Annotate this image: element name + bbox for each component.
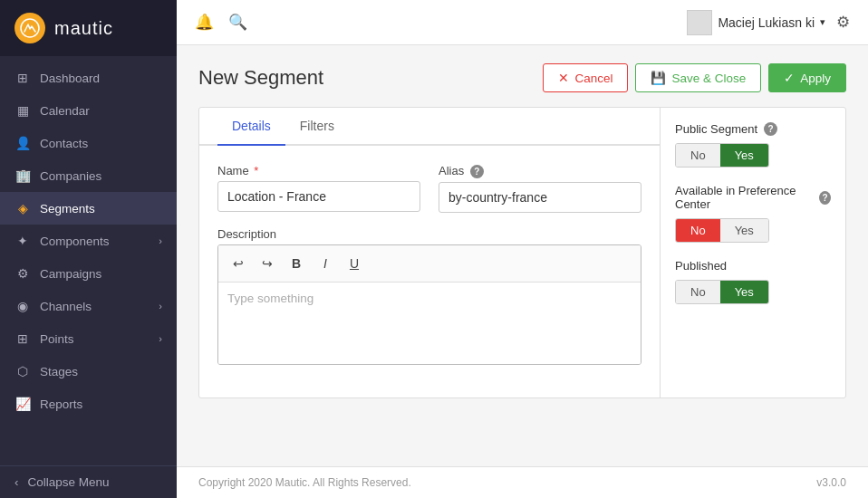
calendar-icon: ▦ — [14, 103, 31, 118]
sidebar-item-label: Channels — [40, 300, 92, 313]
page-title: New Segment — [198, 66, 323, 90]
save-close-button[interactable]: 💾 Save & Close — [635, 63, 761, 92]
channels-icon: ◉ — [14, 299, 31, 313]
alias-label: Alias ? — [439, 164, 641, 178]
points-icon: ⊞ — [14, 331, 31, 346]
sidebar-item-calendar[interactable]: ▦ Calendar — [0, 94, 177, 127]
search-icon[interactable]: 🔍 — [228, 13, 247, 32]
campaigns-icon: ⚙ — [14, 266, 31, 281]
sidebar-item-components[interactable]: ✦ Components › — [0, 225, 177, 257]
topbar-icons: 🔔 🔍 — [195, 13, 247, 32]
reports-icon: 📈 — [14, 397, 31, 411]
collapse-icon: ‹ — [14, 475, 19, 489]
bold-button[interactable]: B — [284, 251, 309, 276]
action-buttons: ✕ Cancel 💾 Save & Close ✓ Apply — [543, 63, 846, 92]
companies-icon: 🏢 — [14, 168, 31, 183]
public-help-icon[interactable]: ? — [764, 122, 777, 136]
preference-help-icon[interactable]: ? — [819, 191, 831, 205]
sidebar-item-label: Points — [40, 332, 74, 346]
version-text: v3.0.0 — [816, 476, 846, 489]
chevron-down-icon: ▾ — [820, 16, 825, 28]
published-no-button[interactable]: No — [676, 281, 720, 303]
required-marker: * — [254, 164, 258, 177]
cancel-button[interactable]: ✕ Cancel — [543, 63, 628, 92]
sidebar-item-label: Segments — [40, 202, 95, 215]
public-segment-section: Public Segment ? No Yes — [675, 122, 831, 168]
bell-icon[interactable]: 🔔 — [195, 13, 214, 32]
sidebar-item-label: Calendar — [40, 104, 90, 118]
logo-text: mautic — [54, 18, 113, 39]
sidebar-item-points[interactable]: ⊞ Points › — [0, 322, 177, 355]
tab-details[interactable]: Details — [217, 108, 285, 146]
italic-button[interactable]: I — [313, 251, 338, 276]
sidebar-item-label: Reports — [40, 397, 82, 411]
right-panel: Public Segment ? No Yes Available in Pre… — [660, 108, 845, 397]
name-input[interactable] — [217, 181, 420, 212]
underline-button[interactable]: U — [342, 251, 367, 276]
sidebar-item-dashboard[interactable]: ⊞ Dashboard — [0, 62, 177, 94]
logo-icon — [14, 13, 45, 43]
chevron-right-icon: › — [159, 301, 162, 311]
user-menu[interactable]: Maciej Lukiasn ki ▾ — [687, 10, 825, 35]
sidebar-item-label: Dashboard — [40, 72, 100, 85]
redo-button[interactable]: ↪ — [255, 251, 280, 276]
public-yes-button[interactable]: Yes — [720, 144, 768, 167]
collapse-label: Collapse Menu — [28, 475, 110, 489]
check-icon: ✓ — [784, 71, 795, 85]
undo-button[interactable]: ↩ — [226, 251, 251, 276]
main-content: 🔔 🔍 Maciej Lukiasn ki ▾ ⚙ New Segment ✕ … — [177, 0, 868, 498]
sidebar-item-companies[interactable]: 🏢 Companies — [0, 159, 177, 192]
editor-wrapper: ↩ ↪ B I U Type something — [217, 244, 641, 365]
sidebar-item-channels[interactable]: ◉ Channels › — [0, 290, 177, 322]
public-segment-label: Public Segment ? — [675, 122, 831, 136]
published-yes-button[interactable]: Yes — [720, 281, 768, 303]
page-header: New Segment ✕ Cancel 💾 Save & Close ✓ Ap… — [198, 63, 846, 92]
sidebar-item-stages[interactable]: ⬡ Stages — [0, 355, 177, 388]
published-label: Published — [675, 259, 831, 273]
contacts-icon: 👤 — [14, 136, 31, 150]
page-content: New Segment ✕ Cancel 💾 Save & Close ✓ Ap… — [177, 45, 868, 466]
gear-icon[interactable]: ⚙ — [836, 13, 850, 32]
description-label: Description — [217, 227, 641, 241]
user-name: Maciej Lukiasn ki — [718, 15, 815, 30]
name-alias-row: Name * Alias ? — [217, 164, 641, 213]
alias-input[interactable] — [439, 182, 641, 213]
stages-icon: ⬡ — [14, 364, 31, 378]
tabs: Details Filters — [199, 108, 660, 146]
published-toggle: No Yes — [675, 280, 769, 304]
dashboard-icon: ⊞ — [14, 71, 31, 85]
avatar — [687, 10, 712, 35]
sidebar-item-label: Stages — [40, 365, 78, 378]
components-icon: ✦ — [14, 234, 31, 248]
page-footer: Copyright 2020 Mautic. All Rights Reserv… — [177, 466, 868, 498]
alias-group: Alias ? — [439, 164, 641, 213]
sidebar-item-reports[interactable]: 📈 Reports — [0, 388, 177, 420]
preference-no-button[interactable]: No — [676, 219, 720, 242]
name-group: Name * — [217, 164, 420, 213]
sidebar-item-campaigns[interactable]: ⚙ Campaigns — [0, 257, 177, 290]
description-editor[interactable]: Type something — [218, 283, 641, 364]
copyright-text: Copyright 2020 Mautic. All Rights Reserv… — [198, 476, 411, 489]
sidebar: mautic ⊞ Dashboard ▦ Calendar 👤 Contacts… — [0, 0, 177, 498]
preference-center-section: Available in Preference Center ? No Yes — [675, 184, 831, 243]
preference-label: Available in Preference Center ? — [675, 184, 831, 211]
save-icon: 💾 — [651, 71, 666, 85]
tab-filters[interactable]: Filters — [285, 108, 349, 146]
preference-yes-button[interactable]: Yes — [720, 219, 768, 242]
form-main: Details Filters Name * — [199, 108, 660, 397]
collapse-menu[interactable]: ‹ Collapse Menu — [0, 465, 177, 498]
apply-button[interactable]: ✓ Apply — [768, 63, 846, 92]
topbar: 🔔 🔍 Maciej Lukiasn ki ▾ ⚙ — [177, 0, 868, 45]
segments-icon: ◈ — [14, 201, 31, 215]
sidebar-logo: mautic — [0, 0, 177, 56]
public-no-button[interactable]: No — [676, 144, 720, 167]
sidebar-item-contacts[interactable]: 👤 Contacts — [0, 127, 177, 159]
name-label: Name * — [217, 164, 420, 177]
topbar-right: Maciej Lukiasn ki ▾ ⚙ — [687, 10, 850, 35]
sidebar-item-label: Companies — [40, 169, 101, 183]
alias-help-icon[interactable]: ? — [470, 165, 484, 178]
sidebar-item-segments[interactable]: ◈ Segments — [0, 192, 177, 225]
form-card: Details Filters Name * — [198, 107, 846, 398]
sidebar-nav: ⊞ Dashboard ▦ Calendar 👤 Contacts 🏢 Comp… — [0, 56, 177, 465]
sidebar-item-label: Contacts — [40, 137, 88, 150]
